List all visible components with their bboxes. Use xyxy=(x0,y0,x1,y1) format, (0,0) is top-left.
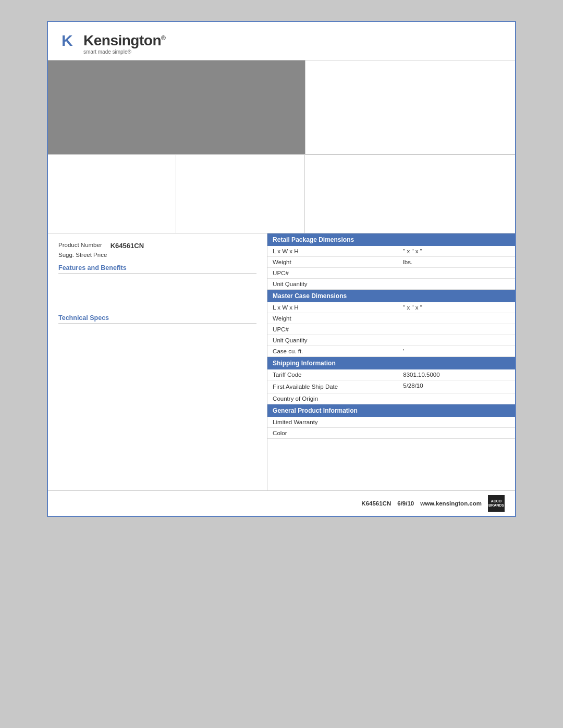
footer-date: 6/9/10 xyxy=(397,500,414,507)
master-case-cu-row: Case cu. ft. ' xyxy=(267,346,515,357)
retail-lxwxh-row: L x W x H " x " x " xyxy=(267,246,515,257)
origin-value xyxy=(403,396,510,402)
retail-weight-label: Weight xyxy=(273,259,403,265)
acco-logo-text: ACCOBRANDS xyxy=(488,499,504,507)
origin-label: Country of Origin xyxy=(273,396,403,402)
origin-row: Country of Origin xyxy=(267,393,515,404)
page-wrapper: K Kensington® smart made simple® Product… xyxy=(47,21,516,517)
logo-area: K Kensington® smart made simple® xyxy=(60,31,503,55)
master-case-cu-label: Case cu. ft. xyxy=(273,348,403,354)
general-heading: General Product Information xyxy=(267,404,515,417)
warranty-row: Limited Warranty xyxy=(267,417,515,428)
master-weight-label: Weight xyxy=(273,315,403,322)
product-price-row: Sugg. Street Price xyxy=(58,252,256,258)
kensington-name: Kensington® xyxy=(83,32,165,49)
master-lxwxh-value: " x " x " xyxy=(403,304,510,311)
master-lxwxh-label: L x W x H xyxy=(273,304,403,311)
footer: K64561CN 6/9/10 www.kensington.com ACCOB… xyxy=(48,490,515,516)
kensington-logo-icon: K xyxy=(60,31,79,50)
retail-upc-value xyxy=(403,270,510,276)
color-label: Color xyxy=(273,430,403,436)
product-image-section xyxy=(48,60,515,155)
retail-weight-row: Weight lbs. xyxy=(267,257,515,268)
warranty-label: Limited Warranty xyxy=(273,419,403,425)
retail-upc-label: UPC# xyxy=(273,270,403,276)
right-panel: Retail Package Dimensions L x W x H " x … xyxy=(267,233,515,490)
retail-weight-value: lbs. xyxy=(403,259,510,265)
acco-brand-logo: ACCOBRANDS xyxy=(488,495,505,512)
retail-package-heading: Retail Package Dimensions xyxy=(267,233,515,246)
master-unit-qty-value xyxy=(403,337,510,343)
product-main-image xyxy=(48,60,305,154)
master-unit-qty-row: Unit Quantity xyxy=(267,335,515,346)
logo-tagline: smart made simple® xyxy=(83,49,503,55)
tech-specs-content xyxy=(58,326,256,482)
color-value xyxy=(403,430,510,436)
svg-text:K: K xyxy=(62,32,73,49)
logo-text: K Kensington® xyxy=(60,31,503,50)
sub-image-left xyxy=(48,155,176,233)
product-side-image xyxy=(305,60,515,154)
master-weight-value xyxy=(403,315,510,322)
warranty-value xyxy=(403,419,510,425)
retail-unit-qty-row: Unit Quantity xyxy=(267,279,515,290)
product-price-label: Sugg. Street Price xyxy=(58,252,107,258)
master-upc-row: UPC# xyxy=(267,324,515,335)
retail-upc-row: UPC# xyxy=(267,268,515,279)
master-upc-label: UPC# xyxy=(273,326,403,332)
features-heading: Features and Benefits xyxy=(58,264,256,274)
left-panel: Product Number K64561CN Sugg. Street Pri… xyxy=(48,233,267,490)
content-section: Product Number K64561CN Sugg. Street Pri… xyxy=(48,233,515,490)
sub-image-middle xyxy=(176,155,304,233)
sub-image-section xyxy=(48,155,515,233)
retail-unit-qty-label: Unit Quantity xyxy=(273,281,403,287)
shipping-heading: Shipping Information xyxy=(267,357,515,369)
tariff-label: Tariff Code xyxy=(273,372,403,378)
tech-specs-heading: Technical Specs xyxy=(58,314,256,324)
master-case-heading: Master Case Dimensions xyxy=(267,290,515,302)
sub-image-right xyxy=(305,155,515,233)
master-weight-row: Weight xyxy=(267,313,515,324)
footer-website: www.kensington.com xyxy=(420,500,482,507)
retail-unit-qty-value xyxy=(403,281,510,287)
ship-date-row: First Available Ship Date 5/28/10 xyxy=(267,380,515,393)
master-lxwxh-row: L x W x H " x " x " xyxy=(267,302,515,313)
master-upc-value xyxy=(403,326,510,332)
footer-product-number: K64561CN xyxy=(361,500,391,507)
ship-date-label: First Available Ship Date xyxy=(273,382,403,391)
ship-date-value: 5/28/10 xyxy=(403,382,510,389)
header: K Kensington® smart made simple® xyxy=(48,22,515,60)
features-content xyxy=(58,276,256,307)
master-unit-qty-label: Unit Quantity xyxy=(273,337,403,343)
product-number-label: Product Number xyxy=(58,242,102,250)
tariff-row: Tariff Code 8301.10.5000 xyxy=(267,369,515,380)
color-row: Color xyxy=(267,428,515,439)
product-number-value: K64561CN xyxy=(111,242,144,250)
product-number-row: Product Number K64561CN xyxy=(58,242,256,250)
tariff-value: 8301.10.5000 xyxy=(403,372,510,378)
retail-lxwxh-value: " x " x " xyxy=(403,248,510,254)
retail-lxwxh-label: L x W x H xyxy=(273,248,403,254)
master-case-cu-value: ' xyxy=(403,348,510,354)
